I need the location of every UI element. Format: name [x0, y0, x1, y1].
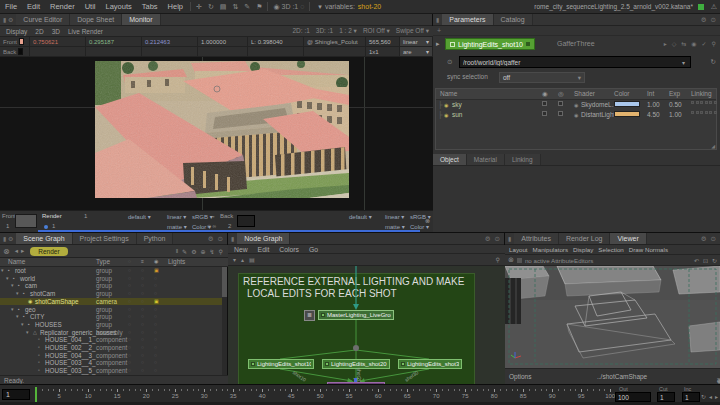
scene-graph-row[interactable]: ▫HOUSE_002__2_component○○○ [0, 344, 222, 352]
tab-linking[interactable]: Linking [505, 154, 541, 165]
mute-checkbox[interactable] [542, 101, 547, 106]
timeline-tick[interactable] [483, 389, 484, 391]
timeline-tick[interactable] [227, 389, 228, 391]
scene-graph-row[interactable]: ▾▪camgroup○○○ [0, 282, 222, 290]
refresh-icon[interactable]: ↻ [205, 3, 217, 11]
clear-icon[interactable]: ⊗ [0, 247, 10, 256]
scene-graph-row[interactable]: ▾△Replicator_generic_housesassembly○○○ [0, 329, 222, 337]
sync-selection-select[interactable]: off▾ [499, 72, 585, 83]
state-circle[interactable]: ○ [154, 359, 157, 367]
viewer-menu-layout[interactable]: Layout [509, 245, 528, 254]
color-swatch[interactable] [614, 111, 640, 117]
timeline-tick[interactable] [309, 389, 310, 391]
linking-cell[interactable] [709, 101, 712, 104]
exposure-value[interactable]: 1.00 [669, 111, 682, 118]
timeline-tick[interactable] [77, 389, 78, 391]
back-default-select[interactable]: default ▾ [349, 213, 372, 220]
state-circle[interactable]: ○ [128, 267, 131, 275]
state-circle[interactable]: ○ [141, 282, 144, 290]
timeline-tick[interactable] [187, 389, 188, 391]
refresh-icon[interactable]: ↻ [711, 58, 716, 66]
timeline-tick[interactable] [378, 389, 379, 392]
expander-icon[interactable]: ▾ [26, 329, 29, 337]
timeline-tick[interactable] [332, 389, 333, 391]
timeline-tick[interactable] [407, 389, 408, 392]
snapshot-icon[interactable]: ⊡ [703, 257, 708, 264]
monitor-control[interactable]: 2D: :1 [292, 27, 309, 35]
state-circle[interactable]: ○ [128, 352, 131, 360]
variables-menu[interactable]: ▾ variables: shot-20 [318, 3, 381, 11]
expander-icon[interactable]: ▾ [16, 313, 19, 321]
state-circle[interactable]: ○ [154, 321, 157, 329]
timeline-tick[interactable] [314, 389, 315, 391]
front-default-select[interactable]: default ▾ [128, 213, 151, 220]
timeline-tick[interactable] [523, 389, 524, 392]
monitor-menu-2d[interactable]: 2D [35, 28, 43, 35]
scene-graph-row[interactable]: ▫HOUSE_003__4_component○○○ [0, 359, 222, 367]
expand-arrow-icon[interactable]: ▸ [436, 40, 440, 48]
refresh-icon[interactable]: ↻ [712, 257, 717, 264]
bookmark-icon[interactable]: ▤ [249, 256, 255, 263]
panel-handle-icon[interactable]: ▮ [228, 233, 237, 244]
viewer-menu-display[interactable]: Display [573, 245, 593, 254]
close-icon[interactable]: ⊗ [425, 217, 430, 224]
timeline-tick[interactable] [529, 389, 530, 391]
state-circle[interactable]: ○ [128, 336, 131, 344]
timeline-tick[interactable] [517, 389, 518, 391]
target-icon[interactable]: ⊙ [447, 58, 452, 66]
timeline-ruler[interactable]: 5101520253035404550556065707580859095100 [0, 385, 615, 405]
state-circle[interactable]: ○ [141, 306, 144, 314]
linking-cell[interactable] [714, 111, 717, 114]
intensity-value[interactable]: 1.00 [647, 101, 660, 108]
timeline-tick[interactable] [372, 389, 373, 391]
swap-icon[interactable]: ⇆ [681, 40, 686, 47]
timeline-tick[interactable] [587, 389, 588, 391]
clear-icon[interactable]: ⊗ [508, 256, 514, 264]
back-linear-select[interactable]: linear ▾ [385, 213, 404, 220]
linking-cell[interactable] [709, 111, 712, 114]
link-icon[interactable]: ⊕ [201, 248, 206, 255]
expander-icon[interactable]: ▾ [1, 267, 4, 275]
panel-handle-icon[interactable]: ▮ [505, 233, 514, 244]
split-icon[interactable]: ⊙ [711, 16, 716, 24]
scene-graph-row[interactable]: ▾▪HOUSESgroup○○○ [0, 321, 222, 329]
tab-monitor[interactable]: Monitor [122, 14, 160, 25]
viewer-menu-selection[interactable]: Selection [598, 245, 623, 254]
timeline-tick[interactable] [430, 389, 431, 391]
color-swatch[interactable] [614, 101, 640, 107]
timeline-tick[interactable] [233, 389, 234, 392]
state-circle[interactable]: ○ [128, 313, 131, 321]
node-graph-canvas[interactable]: REFERENCE EXTERNAL LIGHTING AND MAKE LOC… [228, 266, 505, 385]
tab-curve-editor[interactable]: Curve Editor [16, 14, 70, 25]
root-path-input[interactable] [459, 56, 691, 68]
timeline-tick[interactable] [442, 389, 443, 391]
resize-grip-icon[interactable]: ◢ [711, 143, 715, 149]
linking-cell[interactable] [700, 111, 703, 114]
timeline-tick[interactable] [274, 389, 275, 391]
timeline-tick[interactable] [320, 389, 321, 392]
diamond-icon[interactable]: ◇ [672, 40, 677, 47]
monitor-menu-display[interactable]: Display [6, 28, 27, 35]
undo-icon[interactable]: ↶ [694, 257, 699, 264]
expander-icon[interactable]: ▾ [11, 282, 14, 290]
state-circle[interactable]: ○ [128, 290, 131, 298]
timeline-tick[interactable] [94, 389, 95, 391]
cut-field[interactable]: 1 [657, 392, 675, 402]
timeline-tick[interactable] [436, 389, 437, 392]
scene-graph-row[interactable]: ▾▪CITYgroup○○○ [0, 313, 222, 321]
state-circle[interactable]: ○ [141, 275, 144, 283]
out-field[interactable]: 100 [615, 392, 651, 402]
linking-cell[interactable] [691, 111, 694, 114]
timeline-tick[interactable] [59, 389, 60, 392]
expander-icon[interactable]: ▾ [11, 306, 14, 314]
timeline-tick[interactable] [425, 389, 426, 391]
node-lightingedits_shot10[interactable]: LightingEdits_shot10 [248, 359, 314, 369]
menu-edit[interactable]: Edit [22, 0, 45, 14]
front-buffer-swatch[interactable] [15, 214, 37, 228]
timeline-tick[interactable] [326, 389, 327, 391]
timeline-tick[interactable] [175, 389, 176, 392]
state-circle[interactable]: ○ [141, 352, 144, 360]
forward-arrow-icon[interactable]: ▸ [18, 247, 24, 255]
state-circle[interactable]: ○ [128, 321, 131, 329]
state-circle[interactable]: ○ [141, 329, 144, 337]
